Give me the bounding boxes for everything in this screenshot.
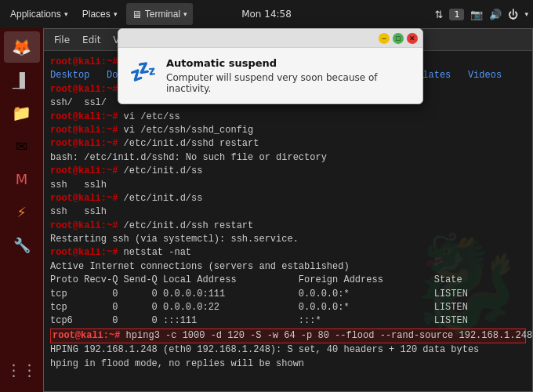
sidebar-item-files[interactable]: 📁 (4, 97, 40, 129)
taskbar-time: Mon 14:58 (241, 9, 292, 20)
burp-icon: ⚡ (16, 204, 27, 220)
line-13: root@kali:~# /etc/init.d/ssh restart (50, 220, 526, 233)
line-9: root@kali:~# /etc/init.d/ss (50, 165, 526, 178)
sidebar: 🦊 _▌ 📁 ✉ M ⚡ 🔧 ⋮⋮ (0, 28, 43, 392)
network-icon[interactable]: ⇅ (435, 9, 444, 20)
line-17: Proto Recv-Q Send-Q Local Address Foreig… (50, 274, 526, 287)
mail-icon: ✉ (16, 138, 27, 154)
suspend-popup: – □ ✕ 💤 Automatic suspend Computer will … (118, 28, 423, 104)
sidebar-item-firefox[interactable]: 🦊 (4, 31, 40, 63)
line-5: root@kali:~# vi /etc/ss (50, 111, 526, 124)
line-7: root@kali:~# /etc/init.d/sshd restart (50, 137, 526, 151)
line-19: tcp 0 0 0.0.0.0:22 0.0.0.0:* LISTEN (50, 301, 526, 314)
line-15: root@kali:~# netstat -nat (50, 246, 526, 260)
places-label: Places (82, 9, 111, 20)
sidebar-item-terminal[interactable]: _▌ (4, 64, 40, 96)
taskbar-clock: Mon 14:58 (241, 9, 292, 20)
terminal-icon-taskbar: 🖥 (132, 9, 142, 20)
suspend-title: Automatic suspend (166, 57, 412, 69)
taskbar: Applications ▾ Places ▾ 🖥 Terminal ▾ Mon… (0, 0, 533, 28)
line-16: Active Internet connections (servers and… (50, 260, 526, 274)
popup-minimize-button[interactable]: – (379, 33, 390, 44)
volume-icon[interactable]: 🔊 (489, 9, 502, 20)
sidebar-item-grid[interactable]: ⋮⋮ (4, 354, 40, 386)
line-21-highlight: root@kali:~# hping3 -c 1000 -d 120 -S -w… (50, 328, 526, 343)
grid-icon: ⋮⋮ (6, 361, 38, 379)
suspend-titlebar: – □ ✕ (118, 29, 422, 48)
metasploit-icon: M (16, 171, 28, 187)
line-6: root@kali:~# vi /etc/ssh/sshd_config (50, 124, 526, 137)
places-chevron: ▾ (114, 10, 118, 18)
tool-icon: 🔧 (13, 237, 31, 253)
popup-maximize-button[interactable]: □ (393, 33, 404, 44)
sidebar-item-tool[interactable]: 🔧 (4, 229, 40, 260)
applications-menu[interactable]: Applications ▾ (5, 3, 74, 25)
menu-file[interactable]: File (50, 33, 74, 47)
menu-edit[interactable]: Edit (78, 33, 104, 47)
suspend-icon: 💤 (129, 59, 157, 85)
line-12: ssh sslh (50, 205, 526, 219)
applications-label: Applications (10, 9, 61, 20)
sidebar-item-mail[interactable]: ✉ (4, 130, 40, 162)
suspend-body-text: Computer will suspend very soon because … (166, 72, 412, 94)
line-14: Restarting ssh (via systemctl): ssh.serv… (50, 233, 526, 246)
suspend-text: Automatic suspend Computer will suspend … (166, 57, 412, 94)
popup-close-button[interactable]: ✕ (407, 33, 418, 44)
line-18: tcp 0 0 0.0.0.0:111 0.0.0.0:* LISTEN (50, 288, 526, 301)
terminal-chevron: ▾ (183, 10, 187, 18)
suspend-body: 💤 Automatic suspend Computer will suspen… (118, 48, 422, 103)
terminal-sidebar-icon: _▌ (13, 72, 31, 89)
applications-chevron: ▾ (64, 10, 68, 18)
line-23: hping in flood mode, no replies will be … (50, 358, 526, 371)
files-icon: 📁 (12, 103, 31, 122)
sidebar-item-metasploit[interactable]: M (4, 163, 40, 194)
line-8: bash: /etc/init.d/sshd: No such file or … (50, 151, 526, 165)
terminal-taskbar-btn[interactable]: 🖥 Terminal ▾ (126, 3, 193, 25)
line-20: tcp6 0 0 :::111 :::* LISTEN (50, 314, 526, 328)
places-menu[interactable]: Places ▾ (77, 3, 123, 25)
sidebar-item-burp[interactable]: ⚡ (4, 196, 40, 227)
screenshot-icon[interactable]: 📷 (470, 9, 483, 20)
workspace-badge[interactable]: 1 (449, 9, 464, 20)
power-chevron: ▾ (524, 10, 528, 18)
line-10: ssh sslh (50, 179, 526, 192)
taskbar-right-area: ⇅ 1 📷 🔊 ⏻ ▾ (435, 9, 528, 20)
terminal-label: Terminal (145, 9, 180, 20)
line-22: HPING 192.168.1.248 (eth0 192.168.1.248)… (50, 343, 526, 357)
power-icon[interactable]: ⏻ (508, 9, 518, 20)
firefox-icon: 🦊 (12, 38, 31, 56)
line-11: root@kali:~# /etc/init.d/ss (50, 192, 526, 205)
